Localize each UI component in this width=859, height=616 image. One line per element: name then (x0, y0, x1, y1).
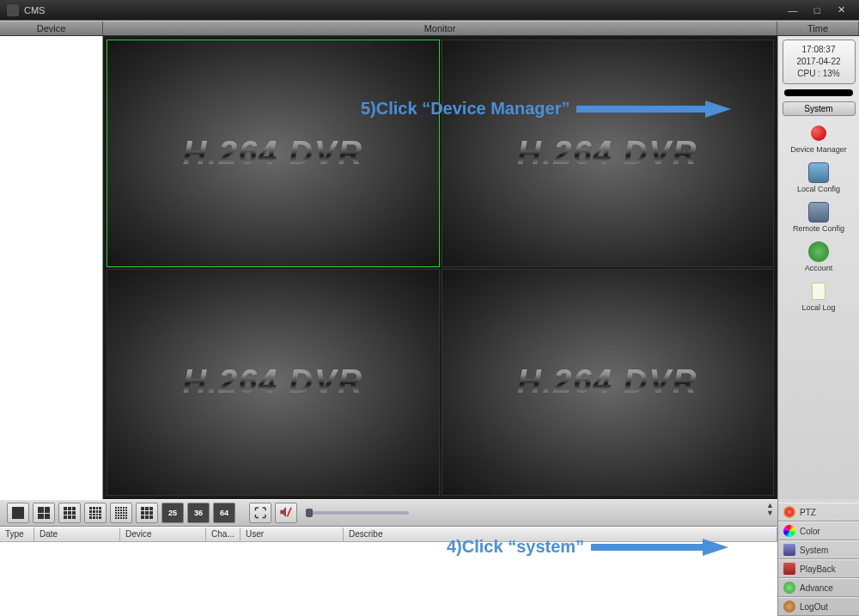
right-tabs: PTZ Color System PlayBack Advance LogOut (777, 499, 859, 616)
usage-bar (784, 89, 853, 96)
layout-toolbar: 25 36 64 ⛶ ▲▼ (0, 499, 777, 527)
tab-playback[interactable]: PlayBack (778, 559, 859, 578)
playback-icon (783, 563, 795, 575)
layout-9-button[interactable] (58, 503, 81, 523)
log-col-date[interactable]: Date (34, 528, 120, 541)
tab-logout[interactable]: LogOut (778, 597, 859, 616)
minimize-button[interactable]: — (782, 3, 804, 17)
video-pane-4[interactable]: H.264 DVR (442, 269, 775, 497)
video-placeholder: H.264 DVR (183, 363, 363, 400)
log-col-device[interactable]: Device (120, 528, 206, 541)
log-col-describe[interactable]: Describe (344, 528, 777, 541)
header-device: Device (0, 21, 103, 35)
bottom-panel: 25 36 64 ⛶ ▲▼ Type Date Device Cha... Us… (0, 499, 777, 616)
header-time: Time (777, 21, 859, 35)
layout-4-button[interactable] (33, 503, 55, 523)
local-log-icon (808, 281, 829, 302)
video-pane-3[interactable]: H.264 DVR (107, 269, 440, 497)
time-system-panel: 17:08:37 2017-04-22 CPU : 13% System Dev… (777, 36, 859, 499)
device-tree-panel (0, 36, 103, 499)
fullscreen-icon: ⛶ (254, 506, 266, 520)
clock-time: 17:08:37 (787, 44, 851, 56)
tab-advance[interactable]: Advance (778, 578, 859, 597)
clock-date: 2017-04-22 (787, 56, 851, 68)
video-placeholder: H.264 DVR (183, 135, 363, 172)
header-monitor: Monitor (103, 21, 777, 35)
app-title: CMS (24, 5, 45, 15)
panel-scroll-arrows[interactable]: ▲▼ (766, 502, 774, 517)
logout-icon (783, 601, 795, 613)
local-config-icon (808, 162, 829, 183)
log-header: Type Date Device Cha... User Describe (0, 527, 777, 542)
account-button[interactable]: Account (805, 241, 833, 272)
ptz-icon (783, 506, 795, 518)
system-icon (783, 544, 795, 556)
tab-system[interactable]: System (778, 540, 859, 559)
volume-knob[interactable] (306, 509, 313, 517)
layout-25-button[interactable]: 25 (161, 503, 184, 523)
local-config-button[interactable]: Local Config (797, 162, 840, 193)
remote-config-icon (808, 202, 829, 223)
layout-16-button[interactable] (84, 503, 107, 523)
app-icon (7, 4, 19, 16)
fullscreen-button[interactable]: ⛶ (249, 503, 271, 523)
log-col-user[interactable]: User (241, 528, 344, 541)
log-col-channel[interactable]: Cha... (206, 528, 241, 541)
volume-slider[interactable] (306, 511, 409, 515)
section-header: Device Monitor Time (0, 21, 859, 36)
layout-36-button[interactable]: 36 (187, 503, 210, 523)
titlebar: CMS — □ ✕ (0, 0, 859, 21)
remote-config-button[interactable]: Remote Config (793, 202, 844, 233)
tab-color[interactable]: Color (778, 521, 859, 540)
cpu-usage: CPU : 13% (787, 68, 851, 80)
video-pane-2[interactable]: H.264 DVR (442, 40, 775, 267)
speaker-muted-icon (278, 504, 294, 521)
local-log-button[interactable]: Local Log (801, 281, 835, 312)
maximize-button[interactable]: □ (806, 3, 828, 17)
system-panel-header: System (783, 101, 856, 116)
mute-button[interactable] (275, 503, 297, 523)
video-placeholder: H.264 DVR (517, 135, 698, 172)
advance-icon (783, 582, 795, 594)
close-button[interactable]: ✕ (830, 3, 852, 17)
monitor-area: H.264 DVR H.264 DVR H.264 DVR H.264 DVR (103, 36, 777, 499)
log-body (0, 542, 777, 616)
device-manager-icon (808, 123, 829, 143)
layout-more1-button[interactable] (110, 503, 132, 523)
tab-ptz[interactable]: PTZ (778, 503, 859, 521)
device-manager-button[interactable]: Device Manager (790, 123, 847, 154)
layout-1-button[interactable] (7, 503, 29, 523)
time-box: 17:08:37 2017-04-22 CPU : 13% (783, 40, 856, 84)
account-icon (808, 241, 829, 262)
video-pane-1[interactable]: H.264 DVR (107, 40, 440, 267)
color-icon (783, 525, 795, 537)
layout-64-button[interactable]: 64 (213, 503, 235, 523)
log-col-type[interactable]: Type (0, 528, 34, 541)
layout-more2-button[interactable] (136, 503, 158, 523)
video-placeholder: H.264 DVR (517, 363, 698, 400)
